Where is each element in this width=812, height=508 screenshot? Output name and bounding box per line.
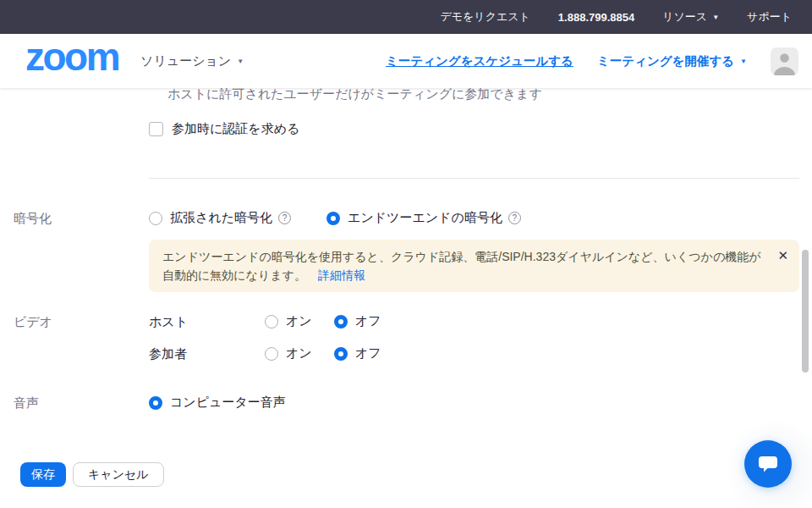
audio-section-label: 音声 <box>14 395 39 411</box>
video-participant-on-label: オン <box>286 345 312 362</box>
video-host-off-option[interactable]: オフ <box>334 313 381 329</box>
video-participant-off-label: オフ <box>355 345 381 362</box>
host-meeting-menu[interactable]: ミーティングを開催する ▼ <box>597 53 747 69</box>
radio-unselected-icon[interactable] <box>265 347 278 361</box>
phone-number-link[interactable]: 1.888.799.8854 <box>558 11 634 24</box>
support-link[interactable]: サポート <box>747 9 792 25</box>
scrollbar[interactable] <box>802 250 809 373</box>
section-divider <box>149 178 799 179</box>
schedule-meeting-link[interactable]: ミーティングをスケジュールする <box>386 53 573 69</box>
chevron-down-icon: ▼ <box>712 14 719 21</box>
checkbox-unchecked-icon[interactable] <box>149 122 163 136</box>
chat-button[interactable] <box>744 440 792 488</box>
warning-text-line1: エンドツーエンドの暗号化を使用すると、クラウド記録、電話/SIP/H.323ダイ… <box>162 250 761 263</box>
encryption-e2e-option[interactable]: エンドツーエンドの暗号化 ? <box>326 210 521 226</box>
computer-audio-option[interactable]: コンピューター音声 <box>149 395 286 411</box>
learn-more-link[interactable]: 詳細情報 <box>318 268 365 282</box>
video-host-off-label: オフ <box>355 313 381 329</box>
require-auth-option[interactable]: 参加時に認証を求める <box>149 121 299 137</box>
video-host-row-label: ホスト <box>149 314 188 330</box>
encryption-section-label: 暗号化 <box>14 211 52 227</box>
resources-label: リソース <box>662 9 707 25</box>
header-actions: ミーティングをスケジュールする ミーティングを開催する ▼ <box>386 47 798 75</box>
help-icon[interactable]: ? <box>508 212 521 224</box>
site-header: zoom ソリューション ▼ ミーティングをスケジュールする ミーティングを開催… <box>0 34 812 88</box>
radio-selected-icon[interactable] <box>334 315 348 329</box>
solutions-menu[interactable]: ソリューション ▼ <box>140 53 244 69</box>
avatar[interactable] <box>771 47 798 75</box>
video-host-on-option[interactable]: オン <box>265 313 312 329</box>
speech-bubble-icon <box>757 454 779 474</box>
encryption-enhanced-label: 拡張された暗号化 <box>170 210 272 226</box>
encryption-e2e-label: エンドツーエンドの暗号化 <box>348 210 502 226</box>
video-participant-row-label: 参加者 <box>149 346 187 362</box>
resources-menu[interactable]: リソース ▼ <box>662 9 719 25</box>
help-icon[interactable]: ? <box>278 212 291 224</box>
host-meeting-label: ミーティングを開催する <box>597 53 734 69</box>
save-button[interactable]: 保存 <box>20 462 66 487</box>
video-participant-off-option[interactable]: オフ <box>334 345 381 362</box>
encryption-options: 拡張された暗号化 ? エンドツーエンドの暗号化 ? <box>149 210 521 226</box>
cancel-button[interactable]: キャンセル <box>73 462 164 487</box>
video-host-on-label: オン <box>286 313 312 329</box>
zoom-logo[interactable]: zoom <box>25 41 118 81</box>
computer-audio-label: コンピューター音声 <box>170 395 286 411</box>
radio-selected-icon[interactable] <box>334 347 348 361</box>
host-restriction-note: ホストに許可されたユーザーだけがミーティングに参加できます <box>167 86 542 102</box>
video-section-label: ビデオ <box>14 314 52 330</box>
request-demo-link[interactable]: デモをリクエスト <box>440 9 529 25</box>
encryption-enhanced-option[interactable]: 拡張された暗号化 ? <box>149 210 291 226</box>
radio-selected-icon[interactable] <box>149 396 162 410</box>
chevron-down-icon: ▼ <box>740 58 747 65</box>
require-auth-label: 参加時に認証を求める <box>172 121 299 137</box>
radio-selected-icon[interactable] <box>326 212 340 225</box>
chevron-down-icon: ▼ <box>237 58 244 65</box>
warning-text-line2: 自動的に無効になります。 <box>162 268 306 282</box>
user-silhouette-icon <box>771 47 798 75</box>
close-icon[interactable]: ✕ <box>777 249 788 262</box>
solutions-label: ソリューション <box>140 53 231 69</box>
video-participant-on-option[interactable]: オン <box>265 345 312 362</box>
radio-unselected-icon[interactable] <box>265 315 278 329</box>
radio-unselected-icon[interactable] <box>149 212 162 225</box>
topbar: デモをリクエスト 1.888.799.8854 リソース ▼ サポート <box>0 0 812 34</box>
e2e-warning-banner: エンドツーエンドの暗号化を使用すると、クラウド記録、電話/SIP/H.323ダイ… <box>149 240 799 292</box>
